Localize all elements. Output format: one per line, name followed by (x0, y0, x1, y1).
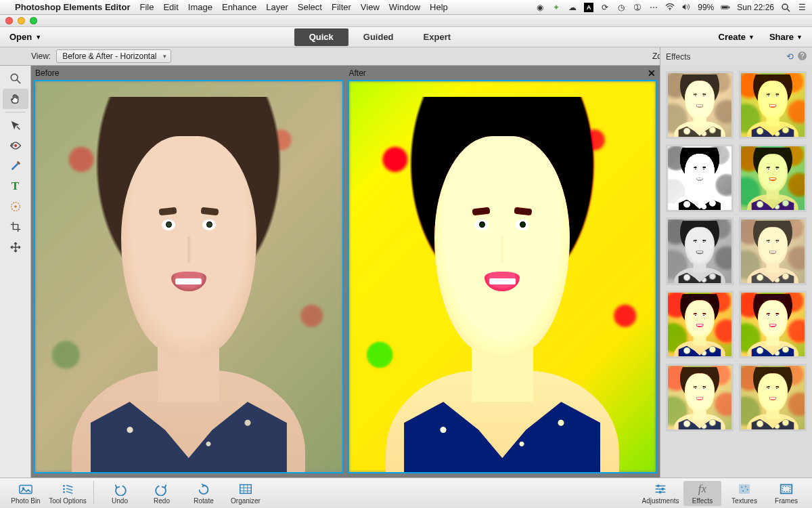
svg-line-5 (787, 9, 790, 12)
effects-panel (660, 66, 812, 478)
battery-icon[interactable] (721, 3, 730, 12)
sync-icon[interactable]: ⟳ (600, 3, 610, 12)
caret-down-icon: ▼ (35, 34, 41, 41)
spot-heal-tool[interactable] (3, 196, 28, 217)
adobe-icon[interactable]: A (584, 3, 593, 12)
cloud-icon[interactable]: ☁ (568, 3, 577, 12)
effect-thumb-sepia[interactable] (666, 71, 734, 139)
menu-layer[interactable]: Layer (266, 2, 288, 12)
window-close-icon[interactable] (5, 17, 13, 24)
effects-icon: fx (695, 482, 710, 496)
menu-edit[interactable]: Edit (163, 2, 178, 12)
effect-thumb-lomo[interactable] (666, 291, 734, 358)
menubar-clock[interactable]: Sun 22:26 (737, 3, 774, 12)
svg-point-31 (745, 486, 746, 487)
rotate-label: Rotate (194, 497, 213, 505)
menu-help[interactable]: Help (430, 2, 448, 12)
window-titlebar (0, 15, 812, 27)
view-mode-dropdown[interactable]: Before & After - Horizontal (56, 49, 171, 63)
create-button[interactable]: Create▼ (719, 32, 754, 42)
effects-panel-title: Effects (666, 52, 690, 62)
menu-enhance[interactable]: Enhance (222, 2, 256, 12)
rotate-icon (196, 482, 211, 496)
effect-thumb-cross[interactable] (739, 291, 807, 358)
crop-tool[interactable] (3, 217, 28, 237)
status-icon-1[interactable]: ◉ (535, 3, 545, 12)
tab-expert[interactable]: Expert (409, 28, 466, 46)
frames-button[interactable]: Frames (767, 481, 805, 506)
volume-icon[interactable] (681, 3, 691, 12)
organizer-button[interactable]: Organizer (227, 481, 265, 506)
organizer-label: Organizer (231, 497, 261, 505)
menubar-app-name[interactable]: Photoshop Elements Editor (15, 2, 130, 12)
view-options-bar: View: Before & After - Horizontal Zoom: … (0, 47, 812, 66)
redo-button[interactable]: Redo (143, 481, 181, 506)
tab-guided[interactable]: Guided (348, 28, 409, 46)
effect-thumb-old[interactable] (739, 217, 807, 285)
window-minimize-icon[interactable] (18, 17, 25, 24)
spotlight-icon[interactable] (781, 3, 790, 12)
tab-expert-label: Expert (424, 32, 451, 42)
after-label: After (348, 67, 658, 80)
effect-thumb-purple[interactable] (739, 144, 807, 212)
window-zoom-icon[interactable] (30, 17, 37, 24)
after-image[interactable] (348, 80, 658, 473)
tool-options-icon (60, 482, 75, 496)
menu-image[interactable]: Image (188, 2, 212, 12)
svg-rect-3 (729, 6, 729, 8)
reset-icon[interactable]: ⟲ (786, 51, 794, 62)
wifi-icon[interactable] (665, 3, 675, 12)
share-button[interactable]: Share▼ (769, 32, 803, 42)
svg-point-8 (14, 144, 16, 147)
tool-separator (5, 112, 26, 112)
svg-point-4 (782, 4, 788, 9)
effect-thumb-sketch[interactable] (666, 144, 734, 212)
help-icon[interactable]: ? (798, 51, 807, 60)
share-label: Share (769, 32, 794, 42)
effect-thumb-warm[interactable] (666, 364, 734, 431)
tab-quick[interactable]: Quick (294, 28, 348, 46)
photo-bin-button[interactable]: Photo Bin (7, 481, 45, 506)
svg-point-32 (747, 489, 748, 490)
undo-button[interactable]: Undo (101, 481, 139, 506)
user-icon[interactable]: ➀ (633, 3, 642, 12)
before-label: Before (34, 67, 344, 80)
effect-thumb-bw[interactable] (666, 217, 734, 285)
battery-percent[interactable]: 99% (698, 3, 714, 12)
before-image[interactable] (34, 80, 344, 473)
hand-tool[interactable] (3, 89, 28, 109)
adjustments-icon (653, 482, 668, 496)
effect-thumb-gold[interactable] (739, 364, 807, 431)
clock-icon[interactable]: ◷ (616, 3, 626, 12)
redo-label: Redo (154, 497, 170, 505)
close-document-icon[interactable]: ✕ (648, 68, 656, 79)
menu-select[interactable]: Select (298, 2, 322, 12)
adjustments-button[interactable]: Adjustments (641, 481, 679, 506)
move-tool[interactable] (3, 237, 28, 257)
svg-rect-27 (662, 488, 664, 490)
effects-button[interactable]: fx Effects (683, 481, 721, 506)
divider-icon: ⋯ (649, 3, 658, 12)
zoom-tool[interactable] (3, 68, 28, 89)
menu-window[interactable]: Window (389, 2, 420, 12)
frames-icon (779, 482, 794, 496)
main-area: T ✕ Before (0, 66, 812, 478)
menu-extras-icon[interactable]: ☰ (797, 3, 807, 12)
type-tool[interactable]: T (3, 176, 28, 196)
textures-button[interactable]: Textures (725, 481, 763, 506)
quick-select-tool[interactable] (3, 115, 28, 135)
redeye-tool[interactable] (3, 135, 28, 156)
separator (93, 481, 94, 504)
status-icon-2[interactable]: ✦ (551, 3, 561, 12)
app-toolbar: Open▼ Quick Guided Expert Create▼ Share▼ (0, 27, 812, 47)
effect-thumb-yellow[interactable] (739, 71, 807, 139)
open-button[interactable]: Open▼ (9, 32, 41, 42)
tool-options-button[interactable]: Tool Options (49, 481, 87, 506)
menu-filter[interactable]: Filter (332, 2, 351, 12)
whiten-teeth-tool[interactable] (3, 156, 28, 176)
svg-rect-18 (240, 484, 252, 493)
rotate-button[interactable]: Rotate (185, 481, 223, 506)
organizer-icon (238, 482, 253, 496)
menu-view[interactable]: View (361, 2, 380, 12)
menu-file[interactable]: File (139, 2, 154, 12)
